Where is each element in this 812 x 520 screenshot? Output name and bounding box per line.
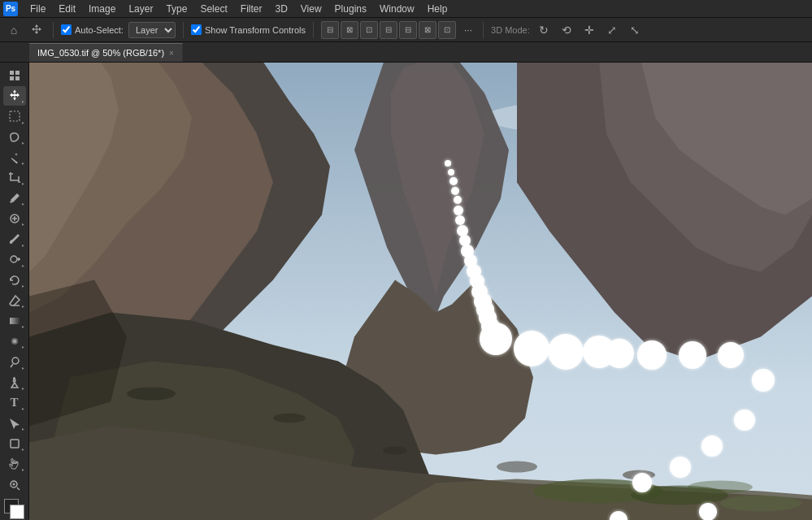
svg-rect-2 — [10, 76, 14, 80]
fg-bg-colors[interactable] — [4, 499, 25, 517]
3d-rotate-icon[interactable]: ↻ — [535, 21, 553, 39]
tool-eyedropper[interactable]: ▸ — [3, 188, 26, 208]
align-center-v-btn[interactable]: ⊟ — [399, 21, 417, 39]
background-color[interactable] — [10, 505, 24, 519]
align-center-h-btn[interactable]: ⊠ — [341, 21, 358, 39]
tab-close-btn[interactable]: × — [169, 49, 174, 58]
align-left-btn[interactable]: ⊟ — [321, 21, 339, 39]
align-right-btn[interactable]: ⊡ — [360, 21, 378, 39]
tool-type[interactable]: T ▸ — [3, 393, 26, 413]
menu-type[interactable]: Type — [160, 2, 193, 16]
svg-point-35 — [497, 462, 537, 473]
svg-point-36 — [623, 470, 655, 480]
align-buttons: ⊟ ⊠ ⊡ ⊟ ⊟ ⊠ ⊡ — [321, 21, 456, 39]
svg-point-10 — [13, 340, 16, 343]
3d-mode-label: 3D Mode: — [491, 25, 530, 35]
tool-magic-wand[interactable]: ▸ — [3, 148, 26, 167]
document-canvas — [29, 63, 812, 520]
tool-dodge[interactable]: ▸ — [3, 352, 26, 371]
menu-select[interactable]: Select — [194, 2, 232, 16]
type-symbol: T — [10, 396, 18, 410]
transform-input[interactable] — [191, 24, 202, 35]
tool-history[interactable]: ▸ — [3, 271, 26, 290]
svg-point-40 — [688, 481, 753, 494]
tab-filename: IMG_0530.tif @ 50% (RGB/16*) — [37, 48, 164, 58]
tool-crop[interactable]: ▸ — [3, 168, 26, 188]
svg-rect-12 — [11, 440, 19, 448]
tool-lasso[interactable]: ▸ — [3, 128, 26, 147]
menu-window[interactable]: Window — [374, 2, 420, 16]
separator-3 — [313, 22, 314, 38]
svg-rect-0 — [10, 71, 14, 75]
svg-point-6 — [10, 241, 12, 244]
menu-edit[interactable]: Edit — [53, 2, 81, 16]
tool-heal[interactable]: ▸ — [3, 209, 26, 228]
tool-clone[interactable]: ▸ — [3, 250, 26, 270]
menu-bar: Ps File Edit Image Layer Type Select Fil… — [0, 0, 812, 18]
separator-2 — [183, 22, 184, 38]
toolbar: ▸ ▸ ▸ ▸ ▸ ▸ ▸ — [0, 63, 29, 520]
tool-brush[interactable]: ▸ — [3, 229, 26, 249]
3d-pan-icon[interactable]: ✛ — [580, 21, 598, 39]
svg-point-33 — [273, 414, 306, 423]
more-options[interactable]: ··· — [461, 24, 475, 36]
align-top-btn[interactable]: ⊟ — [380, 21, 397, 39]
tool-home[interactable] — [3, 66, 26, 85]
tool-gradient[interactable]: ▸ — [3, 311, 26, 331]
transform-controls-checkbox[interactable]: Show Transform Controls — [191, 24, 306, 35]
3d-roll-icon[interactable]: ⟲ — [558, 21, 575, 39]
menu-3d[interactable]: 3D — [269, 2, 293, 16]
svg-rect-4 — [10, 111, 20, 121]
tab-bar: IMG_0530.tif @ 50% (RGB/16*) × — [0, 42, 812, 63]
options-bar: ⌂ Auto-Select: Layer Show Transform Cont… — [0, 18, 812, 42]
menu-image[interactable]: Image — [83, 2, 121, 16]
separator-1 — [53, 22, 54, 38]
auto-select-label: Auto-Select: — [75, 25, 124, 35]
menu-layer[interactable]: Layer — [123, 2, 158, 16]
canvas-area — [29, 63, 812, 520]
tool-marquee[interactable]: ▸ — [3, 106, 26, 126]
tool-hand[interactable]: ▸ — [3, 454, 26, 474]
tool-blur[interactable]: ▸ — [3, 332, 26, 351]
svg-point-34 — [383, 447, 407, 455]
auto-select-checkbox[interactable]: Auto-Select: — [61, 24, 124, 35]
svg-point-11 — [12, 358, 19, 364]
separator-4 — [483, 22, 484, 38]
home-icon[interactable]: ⌂ — [5, 21, 23, 39]
svg-rect-1 — [15, 71, 20, 75]
3d-scale-icon[interactable]: ⤡ — [626, 21, 644, 39]
transform-label: Show Transform Controls — [205, 25, 306, 35]
3d-slide-icon[interactable]: ⤢ — [603, 21, 621, 39]
distribute-btn[interactable]: ⊡ — [438, 21, 456, 39]
svg-point-7 — [11, 256, 17, 262]
align-bottom-btn[interactable]: ⊠ — [419, 21, 436, 39]
landscape-image — [29, 63, 812, 520]
tool-zoom[interactable] — [3, 474, 26, 494]
tool-path-select[interactable]: ▸ — [3, 414, 26, 433]
menu-help[interactable]: Help — [422, 2, 454, 16]
tool-pen[interactable]: ▸ — [3, 373, 26, 392]
tool-shape[interactable]: ▸ — [3, 434, 26, 453]
tool-move[interactable]: ▸ — [3, 86, 26, 106]
svg-point-39 — [720, 496, 801, 512]
auto-select-input[interactable] — [61, 24, 72, 35]
auto-select-dropdown[interactable]: Layer — [128, 22, 176, 38]
photoshop-logo: Ps — [3, 2, 18, 16]
menu-filter[interactable]: Filter — [235, 2, 268, 16]
menu-plugins[interactable]: Plugins — [329, 2, 372, 16]
document-tab[interactable]: IMG_0530.tif @ 50% (RGB/16*) × — [29, 43, 183, 62]
svg-rect-3 — [15, 76, 20, 80]
tool-eraser[interactable]: ▸ — [3, 291, 26, 310]
menu-file[interactable]: File — [24, 2, 51, 16]
svg-rect-8 — [10, 318, 20, 324]
menu-view[interactable]: View — [295, 2, 328, 16]
move-icon[interactable] — [28, 21, 46, 39]
svg-point-32 — [127, 388, 176, 401]
